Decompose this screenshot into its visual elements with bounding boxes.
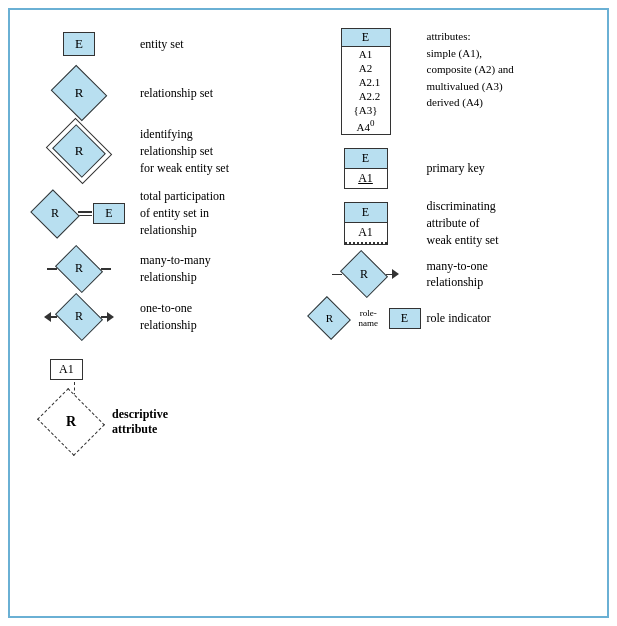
pk-box: E A1 <box>344 148 388 189</box>
identifying-rel-row: R identifying relationship set for weak … <box>20 120 309 182</box>
a1-box-wrap: A1 <box>50 359 83 380</box>
attr-a4: A40 <box>342 117 390 134</box>
identifying-rel-label: identifying relationship set for weak en… <box>134 126 305 176</box>
disc-attr: A1 <box>345 223 387 244</box>
m2one-line-left <box>332 274 342 276</box>
attr-a3: {A3} <box>342 103 390 117</box>
many-to-many-row: R many-to-many relationship <box>20 245 309 293</box>
total-participation-shape: R E <box>24 195 134 233</box>
m2m-wrap: R <box>47 251 111 287</box>
desc-diamond-wrap: R <box>40 396 102 448</box>
primary-key-label: primary key <box>421 160 596 177</box>
pk-header: E <box>345 149 387 169</box>
discriminating-row: E A1 discriminating attribute of weak en… <box>309 194 598 252</box>
entity-set-label: entity set <box>134 36 305 53</box>
m2one-wrap: R <box>332 256 399 292</box>
left-column: E entity set R relationship set <box>20 22 309 341</box>
a1-box: A1 <box>50 359 83 380</box>
legend-container: E entity set R relationship set <box>8 8 609 618</box>
double-line <box>78 211 92 216</box>
role-diamond: R <box>311 301 349 335</box>
double-diamond-text: R <box>75 143 84 159</box>
m2one-diamond-text: R <box>360 267 368 282</box>
double-line-top <box>78 211 92 213</box>
desc-diamond-text: R <box>66 414 76 430</box>
relationship-set-label: relationship set <box>134 85 305 102</box>
attributes-shape: E A1 A2 A2.1 A2.2 {A3} A40 <box>311 26 421 135</box>
diamond-wrap: R <box>53 72 105 114</box>
right-column: E A1 A2 A2.1 A2.2 {A3} A40 attributes: s… <box>309 22 598 341</box>
many-to-one-row: R many-to-one relationship <box>309 252 598 296</box>
double-diamond: R <box>50 126 108 176</box>
total-participation-row: R E total participation of entity set in… <box>20 182 309 244</box>
discriminating-shape: E A1 <box>311 202 421 245</box>
attr-a22: A2.2 <box>342 89 390 103</box>
role-indicator-row: R role- name E role indicator <box>309 296 598 340</box>
role-indicator-shape: R role- name E <box>311 301 421 335</box>
m2m-diamond-text: R <box>75 261 83 276</box>
role-wrap: R role- name E <box>311 301 421 335</box>
one-to-one-shape: R <box>24 299 134 335</box>
disc-box: E A1 <box>344 202 388 245</box>
attr-a1: A1 <box>342 47 390 61</box>
attributes-label: attributes: simple (A1), composite (A2) … <box>421 26 596 111</box>
many-to-many-label: many-to-many relationship <box>134 252 305 286</box>
entity-set-row: E entity set <box>20 22 309 66</box>
pk-attr: A1 <box>345 169 387 188</box>
one-to-one-row: R one-to-one relationship <box>20 293 309 341</box>
attr-a4-superscript: 0 <box>370 118 375 128</box>
o2o-diamond: R <box>57 299 101 335</box>
role-indicator-label: role indicator <box>421 310 596 327</box>
discriminating-label: discriminating attribute of weak entity … <box>421 198 596 248</box>
m2m-diamond: R <box>57 251 101 287</box>
m2one-arrow-right <box>392 269 399 279</box>
desc-row: R descriptive attribute <box>40 396 168 448</box>
m2one-diamond: R <box>342 256 386 292</box>
attr-table: E A1 A2 A2.1 A2.2 {A3} A40 <box>341 28 391 135</box>
o2o-arrow-right <box>107 312 114 322</box>
attr-a21: A2.1 <box>342 75 390 89</box>
attr-a2: A2 <box>342 61 390 75</box>
identifying-rel-shape: R <box>24 126 134 176</box>
desc-label: descriptive attribute <box>112 407 168 437</box>
many-to-many-shape: R <box>24 251 134 287</box>
primary-key-row: E A1 primary key <box>309 142 598 194</box>
m2m-line-left <box>47 268 57 270</box>
one-to-one-label: one-to-one relationship <box>134 300 305 334</box>
primary-key-shape: E A1 <box>311 148 421 189</box>
entity-set-shape: E <box>24 32 134 56</box>
o2o-arrow-left <box>44 312 51 322</box>
total-participation-label: total participation of entity set in rel… <box>134 188 305 238</box>
entity-rect: E <box>63 32 95 56</box>
total-part-diamond-text: R <box>51 206 59 221</box>
many-to-one-label: many-to-one relationship <box>421 258 596 292</box>
relationship-set-shape: R <box>24 72 134 114</box>
role-entity: E <box>389 308 421 329</box>
total-part-diamond: R <box>33 195 77 233</box>
disc-header: E <box>345 203 387 223</box>
o2o-wrap: R <box>44 299 114 335</box>
m2m-line-right <box>101 268 111 270</box>
role-diamond-text: R <box>326 312 333 324</box>
double-line-bottom <box>78 215 92 217</box>
bottom-section: A1 R descriptive attribute <box>30 353 607 454</box>
relationship-set-row: R relationship set <box>20 66 309 120</box>
diamond-text: R <box>75 85 84 101</box>
attributes-row: E A1 A2 A2.1 A2.2 {A3} A40 attributes: s… <box>309 22 598 142</box>
attr-header: E <box>342 29 390 47</box>
role-name-label: role- name <box>350 308 386 330</box>
total-part-entity: E <box>93 203 125 224</box>
many-to-one-shape: R <box>311 256 421 292</box>
o2o-diamond-text: R <box>75 309 83 324</box>
